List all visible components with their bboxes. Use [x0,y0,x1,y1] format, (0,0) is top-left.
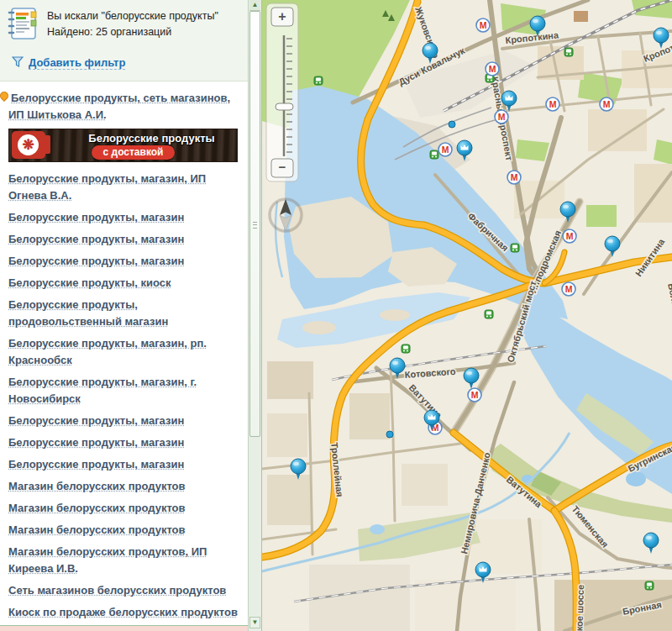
transit-stop-icon[interactable] [511,244,519,252]
map-svg: ЖуковскогоДуси КовальчукКропоткинаКропот… [262,0,672,631]
svg-text:М: М [603,99,611,109]
ad-banner-badge: с доставкой [92,145,176,160]
result-link[interactable]: Белорусские продукты, магазин [8,233,184,245]
add-filter-link[interactable]: Добавить фильтр [29,56,125,70]
search-results-panel: Вы искали "белорусские продукты" Найдено… [0,0,248,631]
result-link[interactable]: Киоск по продаже белорусских продуктов [8,606,238,618]
scrollbar-thumb[interactable] [249,11,260,437]
svg-text:+: + [278,9,286,24]
svg-text:М: М [489,64,496,74]
result-list-item: Белорусские продукты, магазин [8,456,238,473]
zoom-slider-handle[interactable] [276,103,293,110]
result-list-item: Белорусские продукты, продовольственный … [8,297,238,330]
result-link[interactable]: Магазин белорусских продуктов [8,523,186,536]
zoom-in-button[interactable]: + [271,8,293,26]
result-list-item: Белорусские продукты, магазин, г. Новоси… [8,374,238,408]
result-link[interactable]: Белорусские продукты, магазин [8,255,184,267]
result-link[interactable]: Белорусские продукты, магазин [8,211,184,223]
transit-stop-icon[interactable] [430,150,438,159]
result-list-item: Белорусские продукты, магазин [8,209,238,226]
metro-station-icon[interactable]: М [486,62,499,76]
svg-text:М: М [511,172,518,182]
result-list-item: Сеть магазинов белорусских продуктов [8,582,238,599]
metro-station-icon[interactable]: М [507,171,521,184]
metro-station-icon[interactable]: М [438,143,452,156]
search-query-line: Вы искали "белорусские продукты" [47,8,218,24]
result-link[interactable]: Сеть магазинов белорусских продуктов [8,584,226,597]
metro-station-icon[interactable]: М [468,388,481,402]
catalog-icon [7,7,39,45]
result-list-item: Магазин белорусских продуктов [8,522,238,539]
result-list-item: Белорусские продукты, магазин [8,231,238,248]
app-window: Вы искали "белорусские продукты" Найдено… [0,0,672,631]
svg-text:М: М [442,145,449,155]
result-link[interactable]: Магазин белорусских продуктов [8,480,186,492]
svg-text:М: М [471,390,479,400]
ad-banner[interactable]: ❋ Белорусские продукты с доставкой [8,129,238,162]
filter-funnel-icon [12,55,24,71]
result-list-item: Магазин белорусских продуктов [8,500,238,517]
zoom-control[interactable]: + − [266,3,298,181]
result-list-item: Белорусские продукты, магазин, ИП Огнева… [8,171,238,204]
result-link[interactable]: Магазин белорусских продуктов, ИП Киреев… [8,545,207,575]
results-count-line: Найдено: 25 организаций [47,24,218,40]
result-link[interactable]: Белорусские продукты, магазин, ИП Огнева… [8,172,206,202]
transit-stop-icon[interactable] [402,344,410,353]
scrollbar-down-arrow[interactable]: ▼ [249,617,260,628]
svg-text:М: М [498,112,506,122]
svg-text:М: М [566,231,574,241]
result-dot-marker[interactable] [386,431,393,438]
ad-banner-title: Белорусские продукты [70,132,234,145]
advertiser-logo-icon: ❋ [12,131,45,159]
street-label: советское шоссе [573,585,585,631]
result-link[interactable]: Белорусские продукты, сеть магазинов, ИП… [8,92,230,121]
search-summary-header: Вы искали "белорусские продукты" Найдено… [0,0,248,82]
result-link[interactable]: Белорусские продукты, магазин [8,414,184,427]
metro-station-icon[interactable]: М [563,229,576,243]
svg-text:М: М [565,284,573,294]
result-list-item: Белорусские продукты, магазин [8,413,238,429]
scrollbar-up-arrow[interactable]: ▲ [249,0,260,11]
partial-banner-strip [0,625,248,631]
metro-station-icon[interactable]: М [546,97,559,111]
results-list: Белорусские продукты, сеть магазинов, ИП… [0,82,248,621]
result-dot-marker[interactable] [449,121,455,128]
ornament-icon: ❋ [18,134,39,155]
metro-station-icon[interactable]: М [600,97,613,111]
transit-stop-icon[interactable] [314,76,323,85]
result-link[interactable]: Белорусские продукты, магазин [8,458,184,471]
zoom-out-button[interactable]: − [271,159,293,177]
metro-station-icon[interactable]: М [476,18,490,32]
result-list-item: Белорусские продукты, сеть магазинов, ИП… [8,90,238,124]
metro-station-icon[interactable]: М [562,282,575,296]
result-link[interactable]: Белорусские продукты, магазин, г. Новоси… [8,376,197,405]
result-list-item: Магазин белорусских продуктов [8,478,238,495]
orange-pin-icon [0,90,10,102]
transit-stop-icon[interactable] [564,48,573,56]
transit-stop-icon[interactable] [645,581,654,590]
result-list-item: Белорусские продукты, магазин [8,253,238,270]
svg-text:М: М [480,20,487,30]
svg-text:−: − [279,160,286,174]
metro-station-icon[interactable]: М [495,110,508,124]
transit-stop-icon[interactable] [485,310,493,318]
result-link[interactable]: Белорусские продукты, магазин, рп. Красн… [8,337,207,366]
sidebar-scrollbar[interactable]: ▲ ▼ [248,0,262,631]
result-list-item: Киоск по продаже белорусских продуктов [8,604,238,621]
result-link[interactable]: Белорусские продукты, киоск [8,276,171,289]
result-link[interactable]: Магазин белорусских продуктов [8,502,186,514]
svg-text:М: М [549,99,557,109]
result-list-item: Белорусские продукты, магазин [8,434,238,451]
result-list-item: Магазин белорусских продуктов, ИП Киреев… [8,544,238,577]
result-list-item: Белорусские продукты, киоск [8,275,238,292]
result-link[interactable]: Белорусские продукты, магазин [8,436,184,449]
map-canvas[interactable]: ЖуковскогоДуси КовальчукКропоткинаКропот… [262,0,672,631]
result-list-item: Белорусские продукты, магазин, рп. Красн… [8,335,238,369]
result-link[interactable]: Белорусские продукты, продовольственный … [8,298,168,328]
